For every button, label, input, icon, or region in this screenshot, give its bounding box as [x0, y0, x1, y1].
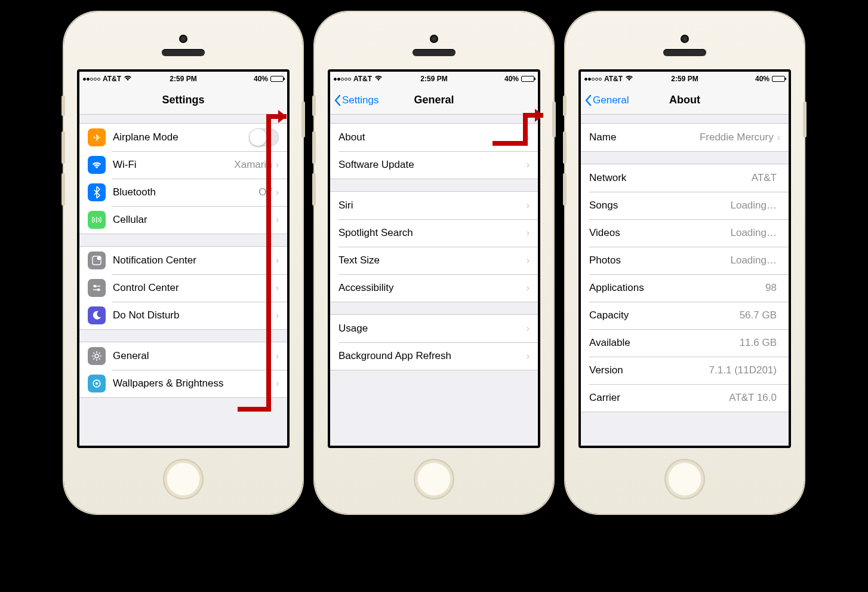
row-siri[interactable]: Siri› — [330, 192, 538, 219]
home-button[interactable] — [664, 459, 705, 499]
chevron-right-icon: › — [527, 323, 530, 334]
row-label: Usage — [338, 323, 527, 335]
settings-list[interactable]: ✈ Airplane Mode › Wi-Fi Xamarin › Blueto… — [79, 115, 287, 446]
row-label: Version — [589, 364, 709, 376]
clock-label: 2:59 PM — [150, 75, 217, 83]
row-label: Applications — [589, 282, 765, 294]
battery-icon — [772, 76, 785, 82]
row-software-update[interactable]: Software Update› — [330, 151, 538, 179]
battery-icon — [521, 76, 534, 82]
gear-icon — [88, 347, 106, 365]
row-value: AT&T 16.0 — [729, 392, 777, 404]
status-bar: AT&T 2:59 PM 40% — [581, 72, 789, 86]
row-label: Text Size — [338, 254, 527, 266]
row-notification-center[interactable]: Notification Center › — [79, 247, 287, 274]
chevron-right-icon: › — [276, 187, 279, 198]
nav-bar: General About — [581, 86, 789, 115]
wifi-icon — [124, 75, 132, 83]
row-label: General — [113, 350, 276, 362]
row-control-center[interactable]: Control Center › — [79, 274, 287, 302]
row-about[interactable]: About› — [330, 124, 538, 151]
row-wallpapers[interactable]: Wallpapers & Brightness › — [79, 370, 287, 397]
page-title: Settings — [162, 94, 204, 106]
row-label: Wi-Fi — [113, 159, 234, 171]
clock-label: 2:59 PM — [651, 75, 718, 83]
row-general[interactable]: General › — [79, 342, 287, 370]
back-label: Settings — [342, 94, 378, 106]
row-label: Photos — [589, 254, 730, 266]
row-label: Spotlight Search — [338, 227, 527, 239]
row-cellular[interactable]: Cellular › — [79, 206, 287, 234]
svg-point-6 — [96, 382, 98, 385]
row-accessibility[interactable]: Accessibility› — [330, 274, 538, 302]
row-usage[interactable]: Usage› — [330, 315, 538, 342]
row-spotlight-search[interactable]: Spotlight Search› — [330, 219, 538, 247]
row-capacity: Capacity56.7 GB› — [581, 302, 789, 329]
row-label: Notification Center — [113, 254, 276, 266]
status-bar: AT&T 2:59 PM 40% — [330, 72, 538, 86]
row-label: Capacity — [589, 309, 740, 321]
wallpaper-icon — [88, 375, 106, 392]
row-text-size[interactable]: Text Size› — [330, 247, 538, 274]
svg-point-1 — [97, 257, 101, 260]
row-label: Wallpapers & Brightness — [113, 378, 276, 389]
row-airplane-mode[interactable]: ✈ Airplane Mode › — [79, 124, 287, 151]
carrier-label: AT&T — [103, 75, 121, 83]
wifi-icon — [374, 75, 383, 83]
back-button[interactable]: General — [584, 86, 629, 114]
bluetooth-icon — [88, 183, 106, 201]
chevron-right-icon: › — [527, 159, 530, 170]
wifi-settings-icon — [88, 156, 106, 174]
phone-general: AT&T 2:59 PM 40% Settings General About›… — [315, 12, 553, 514]
row-wifi[interactable]: Wi-Fi Xamarin › — [79, 151, 287, 179]
chevron-right-icon: › — [527, 283, 530, 293]
svg-point-3 — [97, 289, 100, 291]
chevron-right-icon: › — [276, 159, 279, 170]
row-value: 7.1.1 (11D201) — [709, 364, 777, 376]
page-title: About — [669, 94, 700, 106]
row-label: Name — [589, 131, 700, 143]
nav-bar: Settings General — [330, 86, 538, 115]
signal-dots-icon — [334, 78, 351, 81]
row-bluetooth[interactable]: Bluetooth Off › — [79, 179, 287, 206]
row-label: Carrier — [589, 392, 729, 404]
chevron-right-icon: › — [276, 214, 279, 225]
row-label: Available — [589, 337, 740, 349]
row-do-not-disturb[interactable]: Do Not Disturb › — [79, 302, 287, 329]
about-list[interactable]: NameFreddie Mercury› NetworkAT&T› SongsL… — [581, 115, 789, 446]
row-background-app-refresh[interactable]: Background App Refresh› — [330, 342, 538, 370]
row-label: Control Center — [113, 282, 276, 294]
chevron-right-icon: › — [527, 351, 530, 361]
row-value: 56.7 GB — [740, 309, 777, 321]
battery-percent-label: 40% — [504, 75, 519, 83]
row-songs: SongsLoading…› — [581, 192, 789, 219]
airplane-toggle[interactable] — [249, 128, 279, 146]
battery-percent-label: 40% — [755, 75, 769, 83]
row-label: Airplane Mode — [113, 131, 249, 143]
general-list[interactable]: About› Software Update› Siri› Spotlight … — [330, 115, 538, 446]
svg-point-4 — [95, 354, 99, 358]
home-button[interactable] — [414, 459, 454, 499]
cellular-icon — [88, 211, 106, 229]
row-value: 11.6 GB — [740, 337, 777, 349]
carrier-label: AT&T — [604, 75, 623, 83]
row-videos: VideosLoading…› — [581, 219, 789, 247]
back-button[interactable]: Settings — [334, 86, 378, 114]
chevron-right-icon: › — [527, 200, 530, 211]
row-applications: Applications98› — [581, 274, 789, 302]
back-label: General — [593, 94, 629, 106]
phone-about: AT&T 2:59 PM 40% General About NameFredd… — [565, 12, 804, 514]
notification-icon — [88, 251, 106, 269]
chevron-right-icon: › — [276, 283, 279, 293]
row-value: Freddie Mercury — [700, 131, 774, 143]
row-network: NetworkAT&T› — [581, 164, 789, 192]
row-carrier: CarrierAT&T 16.0› — [581, 384, 789, 412]
row-name[interactable]: NameFreddie Mercury› — [581, 124, 789, 151]
row-label: Network — [589, 172, 752, 184]
moon-icon — [88, 306, 106, 324]
home-button[interactable] — [163, 459, 204, 499]
phone-settings: AT&T 2:59 PM 40% Settings ✈ Airplane Mod… — [64, 12, 303, 514]
row-label: About — [338, 131, 527, 143]
row-label: Background App Refresh — [338, 350, 527, 362]
chevron-right-icon: › — [527, 255, 530, 266]
